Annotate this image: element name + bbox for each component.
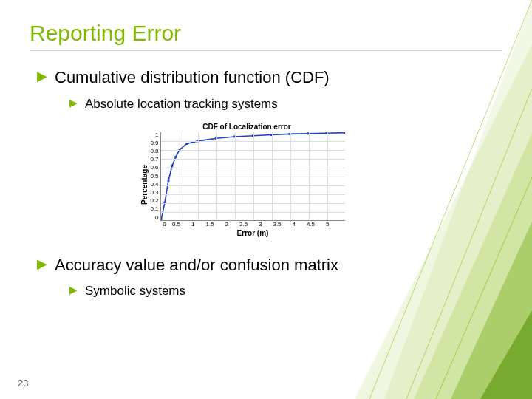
svg-rect-2 bbox=[167, 180, 169, 182]
slide-title: Reporting Error bbox=[30, 21, 502, 46]
bullet-accuracy: ▶ Accuracy value and/or confusion matrix bbox=[37, 255, 502, 276]
svg-marker-19 bbox=[451, 222, 532, 399]
bullet-absolute-tracking: ▶ Absolute location tracking systems bbox=[69, 96, 502, 112]
cdf-chart: CDF of Localization error Percentage 10.… bbox=[140, 123, 502, 237]
arrow-icon: ▶ bbox=[37, 67, 47, 86]
chart-xlabel: Error (m) bbox=[160, 229, 345, 237]
arrow-icon: ▶ bbox=[69, 283, 78, 297]
svg-rect-6 bbox=[185, 143, 188, 145]
svg-marker-20 bbox=[480, 310, 532, 399]
bullet-symbolic: ▶ Symbolic systems bbox=[69, 283, 502, 299]
svg-rect-15 bbox=[344, 132, 344, 134]
svg-rect-4 bbox=[174, 156, 177, 158]
svg-rect-0 bbox=[161, 219, 162, 219]
bullet-text: Accuracy value and/or confusion matrix bbox=[55, 255, 338, 276]
chart-plot-area bbox=[160, 132, 345, 221]
chart-yticks: 10.90.80.70.60.50.40.30.20.10 bbox=[150, 132, 160, 221]
chart-ylabel: Percentage bbox=[140, 165, 149, 205]
slide: Reporting Error ▶ Cumulative distributio… bbox=[0, 0, 532, 399]
chart-title: CDF of Localization error bbox=[140, 123, 353, 131]
bullet-cdf: ▶ Cumulative distribution function (CDF) bbox=[37, 67, 502, 89]
title-underline bbox=[30, 50, 502, 51]
svg-rect-3 bbox=[171, 164, 173, 166]
arrow-icon: ▶ bbox=[69, 96, 78, 110]
page-number: 23 bbox=[18, 378, 28, 389]
bullet-text: Absolute location tracking systems bbox=[85, 96, 278, 112]
bullet-text: Cumulative distribution function (CDF) bbox=[55, 67, 330, 89]
bullet-text: Symbolic systems bbox=[85, 283, 185, 299]
chart-xticks: 00.511.522.533.544.55 bbox=[160, 221, 345, 228]
arrow-icon: ▶ bbox=[37, 255, 47, 273]
